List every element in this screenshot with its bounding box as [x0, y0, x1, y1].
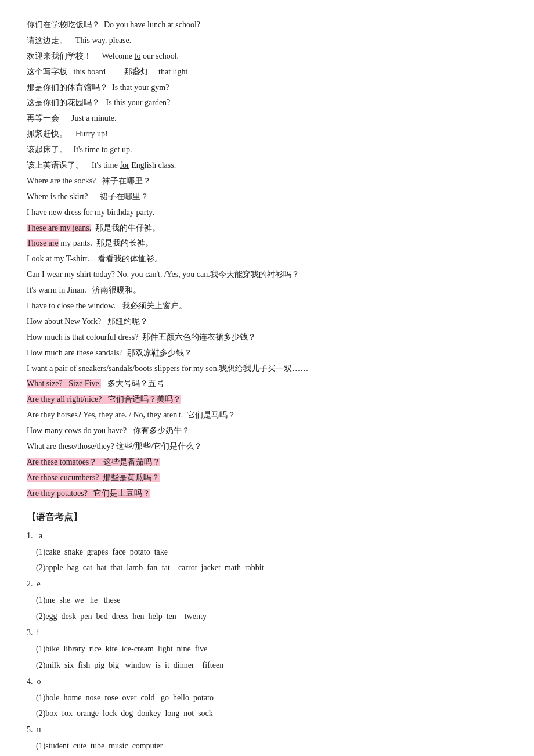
phonics-4-row1: (1)hole home nose rose over cold go hell… — [36, 690, 507, 705]
line-1: 你们在学校吃饭吗？ Do you have lunch at school? — [27, 17, 507, 33]
line-20: How about New York? 那纽约呢？ — [27, 314, 507, 329]
word-cant: can't — [145, 270, 160, 279]
line-25: Are they all right/nice? 它们合适吗？美吗？ — [27, 392, 507, 407]
word-to: to — [135, 52, 141, 60]
line-17: Can I wear my shirt today? No, you can't… — [27, 267, 507, 282]
phonics-1-row1: (1)cake snake grapes face potato take — [36, 545, 507, 560]
line-27: How many cows do you have? 你有多少奶牛？ — [27, 423, 507, 438]
word-that: that — [120, 83, 132, 92]
phonics-3-row1: (1)bike library rice kite ice-cream ligh… — [36, 642, 507, 657]
line-21: How much is that colourful dress? 那件五颜六色… — [27, 330, 507, 345]
line-9: 该起床了。 It's time to get up. — [27, 142, 507, 157]
word-at: at — [168, 20, 174, 29]
word-can: can — [197, 270, 208, 279]
line-8: 抓紧赶快。 Hurry up! — [27, 127, 507, 142]
this-board: this board — [74, 67, 106, 76]
are-they-potatoes: Are they potatoes? 它们是土豆吗？ — [27, 489, 150, 498]
line-4: 这个写字板 this board 那盏灯 that light — [27, 64, 507, 80]
line-6: 这是你们的花园吗？ Is this your garden? — [27, 95, 507, 110]
line-13: I have new dress for my birthday party. — [27, 205, 507, 220]
line-28: What are these/those/they? 这些/那些/它们是什么？ — [27, 439, 507, 454]
line-14: These are my jeans. 那是我的牛仔裤。 — [27, 221, 507, 236]
line-23: I want a pair of sneakers/sandals/boots … — [27, 361, 507, 376]
what-size: What size? Size Five. — [27, 379, 101, 388]
main-content: 你们在学校吃饭吗？ Do you have lunch at school? 请… — [27, 17, 507, 756]
line-30: Are those cucumbers? 那些是黄瓜吗？ — [27, 470, 507, 485]
line-15: Those are my pants. 那是我的长裤。 — [27, 236, 507, 251]
line-22: How much are these sandals? 那双凉鞋多少钱？ — [27, 345, 507, 361]
line-18: It's warm in Jinan. 济南很暖和。 — [27, 283, 507, 298]
phonics-1-header: 1. a — [27, 528, 507, 543]
phonics-5-header: 5. u — [27, 722, 507, 737]
phonics-2-row2: (2)egg desk pen bed dress hen help ten t… — [36, 609, 507, 624]
phonics-1-row2: (2)apple bag cat hat that lamb fan fat c… — [36, 560, 507, 575]
line-31: Are they potatoes? 它们是土豆吗？ — [27, 486, 507, 501]
line-7: 再等一会 Just a minute. — [27, 111, 507, 126]
line-24: What size? Size Five. 多大号码？五号 — [27, 376, 507, 391]
are-they-right: Are they all right/nice? 它们合适吗？美吗？ — [27, 395, 181, 404]
phonics-2-row1: (1)me she we he these — [36, 593, 507, 608]
word-this: this — [114, 98, 125, 107]
line-29: Are these tomatoes？ 这些是番茄吗？ — [27, 455, 507, 470]
line-16: Look at my T-shirt. 看看我的体恤衫。 — [27, 251, 507, 267]
line-26: Are they horses? Yes, they are. / No, th… — [27, 408, 507, 423]
phonics-3-header: 3. i — [27, 625, 507, 640]
line-11: Where are the socks? 袜子在哪里？ — [27, 174, 507, 189]
these-are-jeans: These are my jeans. — [27, 224, 91, 232]
line-3: 欢迎来我们学校！ Welcome to our school. — [27, 49, 507, 64]
line-19: I have to close the window. 我必须关上窗户。 — [27, 298, 507, 314]
word-for2: for — [182, 364, 191, 373]
phonics-4-header: 4. o — [27, 674, 507, 689]
line-5: 那是你们的体育馆吗？ Is that your gym? — [27, 80, 507, 95]
phonics-2-header: 2. e — [27, 577, 507, 592]
line-2: 请这边走。 This way, please. — [27, 33, 507, 48]
line-10: 该上英语课了。 It's time for English class. — [27, 158, 507, 173]
phonics-5-row1: (1)student cute tube music computer — [36, 739, 507, 754]
are-these-tomatoes: Are these tomatoes？ 这些是番茄吗？ — [27, 458, 160, 466]
word-for: for — [120, 161, 129, 170]
phonics-3-row2: (2)milk six fish pig big window is it di… — [36, 658, 507, 673]
phonics-4-row2: (2)box fox orange lock dog donkey long n… — [36, 706, 507, 721]
have-new-dress: have new dress — [31, 208, 81, 217]
phonics-section: 1. a (1)cake snake grapes face potato ta… — [27, 528, 507, 756]
section-title-phonics: 【语音考点】 — [27, 512, 507, 524]
those-are-pants: Those are — [27, 239, 59, 247]
word-do: Do — [104, 20, 114, 29]
are-those-cucumbers: Are those cucumbers? 那些是黄瓜吗？ — [27, 473, 160, 482]
line-12: Where is the skirt? 裙子在哪里？ — [27, 189, 507, 204]
